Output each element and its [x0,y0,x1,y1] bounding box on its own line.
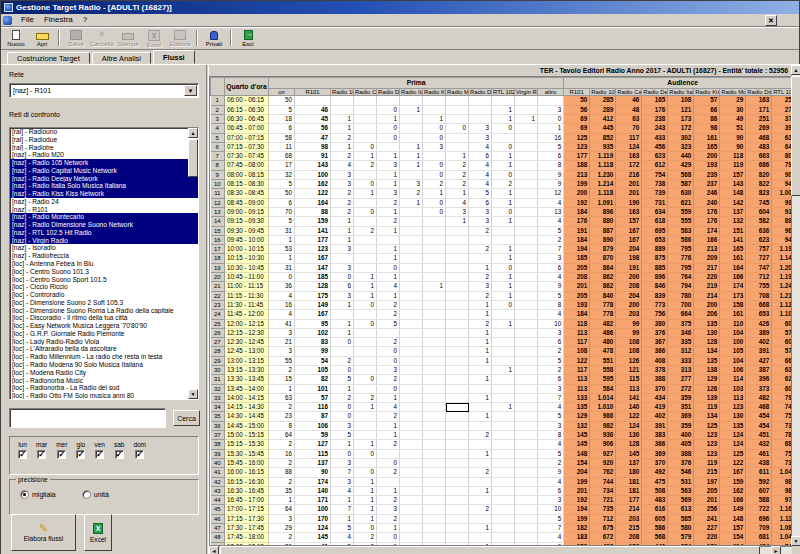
grid-cell[interactable]: 172 [668,124,694,133]
grid-cell[interactable] [446,468,469,477]
grid-cell[interactable]: 366 [642,440,668,449]
grid-cell[interactable]: 1.008 [772,189,792,198]
station-list-item[interactable]: [naz] - R101 [10,206,198,214]
grid-cell[interactable]: 240 [694,198,720,207]
grid-cell[interactable]: 2 [446,180,469,189]
grid-cell[interactable]: 4 [331,533,354,542]
grid-cell[interactable] [492,505,515,514]
grid-cell[interactable] [400,245,423,254]
station-list-item[interactable]: [loc] - Centro Suono Sport 101.5 [10,276,198,284]
grid-vertical-scrollbar[interactable]: ▲ ▼ [791,65,800,546]
grid-cell[interactable]: 100 [295,505,331,514]
grid-cell[interactable]: 508 [642,486,668,495]
grid-cell[interactable]: 124 [616,421,642,430]
grid-cell[interactable]: 4 [469,170,492,179]
grid-cell[interactable]: 935 [590,142,616,151]
grid-cell[interactable]: 1 [492,114,515,123]
grid-cell[interactable]: 206 [694,310,720,319]
grid-cell[interactable]: 1 [331,124,354,133]
grid-cell[interactable]: 203 [616,514,642,523]
grid-cell[interactable]: 1.091 [590,198,616,207]
grid-cell[interactable]: 3 [538,328,564,337]
grid-cell[interactable]: 0 [423,207,446,216]
grid-cell[interactable]: 162 [720,486,746,495]
grid-cell[interactable]: 5 [538,226,564,235]
menu-item-file[interactable]: File [16,14,39,26]
grid-cell[interactable]: 137 [295,458,331,467]
grid-cell[interactable]: 653 [746,310,772,319]
grid-cell[interactable] [354,310,377,319]
grid-cell[interactable]: 461 [746,449,772,458]
grid-cell[interactable]: 205 [564,291,590,300]
grid-cell[interactable] [492,449,515,458]
grid-cell[interactable] [515,273,538,282]
grid-cell[interactable]: 128 [295,282,331,291]
grid-cell[interactable]: 776 [668,254,694,263]
grid-cell[interactable]: 1 [469,328,492,337]
grid-cell[interactable]: 194 [564,505,590,514]
grid-cell[interactable]: 4 [538,217,564,226]
grid-cell[interactable]: 0 [377,263,400,272]
grid-cell[interactable]: 116 [295,403,331,412]
grid-cell[interactable]: 128 [616,440,642,449]
grid-cell[interactable]: 739 [642,189,668,198]
row-number-cell[interactable]: 1 [211,96,225,105]
grid-cell[interactable]: 359 [668,393,694,402]
grid-cell[interactable]: 119 [694,403,720,412]
grid-cell[interactable]: 839 [642,291,668,300]
grid-cell[interactable] [400,300,423,309]
grid-cell[interactable]: 164 [295,198,331,207]
station-list-item[interactable]: [naz] - Radio M20 [10,151,198,159]
grid-cell[interactable]: 199 [564,514,590,523]
grid-cell[interactable]: 1 [423,114,446,123]
grid-cell[interactable] [469,496,492,505]
grid-cell[interactable]: 3 [269,347,295,356]
grid-cell[interactable]: 1 [331,226,354,235]
grid-cell[interactable]: 0 [423,198,446,207]
quarto-dora-cell[interactable]: 12:45 - 13:00 [225,347,269,356]
grid-cell[interactable]: 69 [564,114,590,123]
grid-cell[interactable]: 880 [590,217,616,226]
grid-cell[interactable]: 366 [642,347,668,356]
grid-cell[interactable]: 157 [720,170,746,179]
grid-cell[interactable]: 1.010 [590,403,616,412]
grid-cell[interactable]: 896 [590,207,616,216]
grid-cell[interactable] [400,282,423,291]
grid-cell[interactable]: 1 [446,217,469,226]
grid-cell[interactable] [515,245,538,254]
grid-cell[interactable] [515,142,538,151]
grid-cell[interactable]: 751 [772,449,792,458]
grid-cell[interactable]: 199 [564,180,590,189]
grid-cell[interactable]: 2 [269,440,295,449]
row-number-cell[interactable]: 26 [211,328,225,337]
grid-cell[interactable]: 122 [720,458,746,467]
grid-cell[interactable]: 427 [746,356,772,365]
station-list-item[interactable]: [naz] - Isoradio [10,244,198,252]
grid-cell[interactable]: 8 [269,421,295,430]
grid-cell[interactable]: 177 [564,152,590,161]
grid-cell[interactable] [515,170,538,179]
grid-cell[interactable]: 1 [469,356,492,365]
grid-cell[interactable] [492,412,515,421]
grid-cell[interactable]: 745 [746,198,772,207]
grid-cell[interactable]: 1 [492,189,515,198]
grid-cell[interactable] [446,431,469,440]
grid-cell[interactable]: 1 [331,514,354,523]
grid-cell[interactable] [446,96,469,105]
grid-cell[interactable]: 468 [746,133,772,142]
grid-cell[interactable]: 402 [746,338,772,347]
grid-cell[interactable]: 5 [538,356,564,365]
grid-cell[interactable]: 3 [331,170,354,179]
grid-cell[interactable]: 83 [295,338,331,347]
grid-cell[interactable]: 1 [492,282,515,291]
quarto-dora-cell[interactable]: 09:30 - 09:45 [225,226,269,235]
grid-cell[interactable]: 700 [668,300,694,309]
grid-cell[interactable]: 237 [694,180,720,189]
station-list-item[interactable]: [naz] - Radio Italia Solo Musica Italian… [10,182,198,190]
grid-cell[interactable]: 58 [269,133,295,142]
quarto-dora-cell[interactable]: 15:30 - 15:45 [225,449,269,458]
grid-cell[interactable]: 64 [269,505,295,514]
grid-cell[interactable]: 108 [668,96,694,105]
grid-cell[interactable]: 468 [746,403,772,412]
grid-cell[interactable]: 795 [668,245,694,254]
